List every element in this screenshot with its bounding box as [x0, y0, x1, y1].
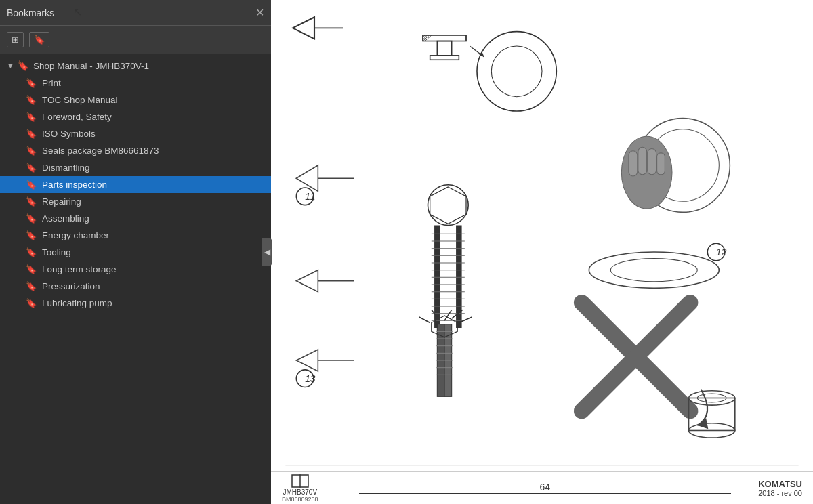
bookmarks-header: Bookmarks ↖ ✕	[0, 0, 271, 26]
svg-marker-4	[296, 165, 318, 191]
root-label: Shop Manual - JMHB370V-1	[33, 61, 149, 71]
bookmark-icon: 🔖	[18, 60, 29, 71]
svg-point-28	[589, 252, 719, 288]
bookmark-item-dismantling[interactable]: 🔖 Dismantling	[0, 159, 271, 176]
bookmark-item-lubricating-pump[interactable]: 🔖 Lubricating pump	[0, 295, 271, 312]
bookmark-item-iso-symbols[interactable]: 🔖 ISO Symbols	[0, 125, 271, 142]
document-svg: 11	[271, 0, 813, 504]
bookmark-label: Repairing	[42, 196, 81, 207]
bookmark-label: Tooling	[42, 247, 71, 257]
bookmark-item-parts-inspection[interactable]: 🔖 Parts inspection	[0, 176, 271, 193]
bookmark-view-button[interactable]: 🔖	[29, 32, 49, 47]
document-page: 11	[271, 0, 813, 504]
svg-rect-8	[430, 56, 459, 60]
document-panel: 11	[271, 0, 813, 504]
svg-rect-7	[437, 41, 451, 56]
bookmark-label: TOC Shop Manual	[42, 95, 118, 105]
bookmark-label: Dismantling	[42, 163, 90, 173]
bookmark-item-assembling[interactable]: 🔖 Assembling	[0, 210, 271, 227]
svg-line-56	[419, 317, 430, 323]
bookmark-label: Foreword, Safety	[42, 112, 112, 122]
close-button[interactable]: ✕	[255, 7, 264, 18]
collapse-icon: ◀	[264, 247, 270, 257]
bookmark-label: Parts inspection	[42, 180, 107, 190]
toolbar: ⊞ 🔖	[0, 26, 271, 54]
bookmark-icon: 🔖	[26, 180, 38, 190]
bookmark-icon: 🔖	[26, 112, 38, 122]
svg-rect-25	[657, 153, 665, 175]
bookmark-icon: 🔖	[26, 298, 38, 308]
footer-brand: KOMATSU 2018 - rev 00	[758, 479, 802, 497]
svg-rect-23	[638, 147, 647, 175]
bookmark-icon: 🔖	[26, 146, 38, 156]
bookmark-icon: 🔖	[26, 129, 38, 139]
bookmarks-panel: Bookmarks ↖ ✕ ⊞ 🔖 ▼ 🔖 Shop Manual - JMHB…	[0, 0, 271, 504]
svg-rect-76	[292, 475, 299, 487]
book-icon	[291, 474, 310, 488]
bookmark-icon: 🔖	[26, 264, 38, 274]
svg-marker-47	[296, 270, 318, 292]
bookmark-item-pressurization[interactable]: 🔖 Pressurization	[0, 278, 271, 295]
bookmark-label: Long term storage	[42, 264, 117, 274]
bookmark-label: Assembling	[42, 213, 89, 224]
bookmark-item-print[interactable]: 🔖 Print	[0, 75, 271, 91]
bookmark-item-toc-shop-manual[interactable]: 🔖 TOC Shop Manual	[0, 91, 271, 108]
footer-doc-id: JMHB370V	[283, 488, 317, 496]
bookmark-icon: 🔖	[26, 95, 38, 105]
bookmark-label: Energy chamber	[42, 230, 109, 240]
brand-year: 2018 - rev 00	[758, 489, 802, 497]
cursor: ↖	[73, 5, 82, 18]
chevron-down-icon: ▼	[7, 62, 15, 70]
bookmark-label: Print	[42, 78, 61, 88]
bookmark-icon: 🔖	[26, 281, 38, 291]
footer-page-number: 64	[359, 482, 732, 494]
brand-name: KOMATSU	[758, 479, 802, 489]
svg-point-15	[477, 32, 556, 111]
bookmark-label: Seals package BM86661873	[42, 146, 159, 156]
bookmark-icon: 🔖	[26, 163, 38, 173]
list-icon: ⊞	[12, 35, 19, 45]
svg-marker-0	[293, 17, 314, 39]
svg-rect-24	[648, 148, 656, 174]
bookmark-item-repairing[interactable]: 🔖 Repairing	[0, 193, 271, 210]
bookmark-icon: 🔖	[26, 196, 38, 207]
list-view-button[interactable]: ⊞	[7, 32, 24, 47]
bookmark-icon: 🔖	[34, 35, 45, 45]
bookmark-label: Lubricating pump	[42, 298, 112, 308]
bookmark-label: Pressurization	[42, 281, 100, 291]
bookmark-item-seals-package[interactable]: 🔖 Seals package BM86661873	[0, 142, 271, 159]
bookmark-item-foreword-safety[interactable]: 🔖 Foreword, Safety	[0, 108, 271, 125]
footer-doc-sub: BM86809258	[282, 496, 318, 503]
bookmark-icon: 🔖	[26, 213, 38, 224]
footer-logo: JMHB370V BM86809258	[282, 474, 318, 503]
document-footer: JMHB370V BM86809258 64 KOMATSU 2018 - re…	[271, 471, 813, 504]
bookmark-item-energy-chamber[interactable]: 🔖 Energy chamber	[0, 227, 271, 244]
bookmark-item-tooling[interactable]: 🔖 Tooling	[0, 244, 271, 261]
bookmark-items: 🔖 Print 🔖 TOC Shop Manual 🔖 Foreword, Sa…	[0, 75, 271, 312]
svg-marker-51	[296, 350, 318, 371]
bookmark-icon: 🔖	[26, 247, 38, 257]
bookmark-list: ▼ 🔖 Shop Manual - JMHB370V-1 🔖 Print 🔖 T…	[0, 54, 271, 504]
page-number: 64	[540, 482, 551, 492]
collapse-handle[interactable]: ◀	[262, 238, 272, 266]
bookmarks-title: Bookmarks	[7, 7, 54, 18]
bookmark-root[interactable]: ▼ 🔖 Shop Manual - JMHB370V-1	[0, 57, 271, 75]
bookmark-icon: 🔖	[26, 230, 38, 240]
svg-point-30	[428, 185, 468, 226]
svg-rect-77	[301, 475, 308, 487]
bookmark-item-long-term-storage[interactable]: 🔖 Long term storage	[0, 261, 271, 278]
svg-point-29	[610, 259, 697, 282]
bookmark-label: ISO Symbols	[42, 129, 96, 139]
svg-rect-6	[423, 35, 466, 41]
document-content: 11	[271, 0, 813, 504]
bookmark-icon: 🔖	[26, 78, 38, 88]
svg-rect-22	[629, 151, 638, 176]
svg-marker-46	[430, 187, 466, 224]
